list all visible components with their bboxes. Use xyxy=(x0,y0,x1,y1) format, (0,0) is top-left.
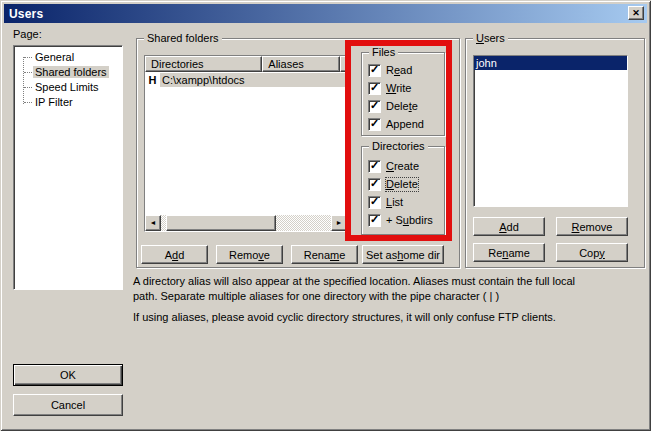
directory-path: C:\xampp\htdocs xyxy=(160,73,347,87)
remove-user-button[interactable]: Remove xyxy=(556,217,628,236)
scroll-left-icon[interactable]: ◄ xyxy=(145,215,161,231)
checkbox-row-write[interactable]: Write xyxy=(368,81,411,95)
file-delete-label: Delete xyxy=(386,100,418,113)
sidebar-item-shared-folders[interactable]: Shared folders xyxy=(14,65,122,80)
dir-delete-checkbox[interactable] xyxy=(368,178,381,191)
read-checkbox[interactable] xyxy=(368,64,381,77)
list-checkbox[interactable] xyxy=(368,196,381,209)
write-label: Write xyxy=(386,82,411,95)
sidebar-item-general[interactable]: General xyxy=(14,50,122,65)
info-line: If using aliases, please avoid cyclic di… xyxy=(133,310,638,325)
page-label: Page: xyxy=(13,28,42,40)
cancel-button[interactable]: Cancel xyxy=(13,394,123,416)
checkbox-row-dir-delete[interactable]: Delete xyxy=(368,177,418,191)
tree-item-label: Speed Limits xyxy=(33,81,101,93)
set-as-home-dir-button[interactable]: Set as home dir xyxy=(362,245,444,264)
append-checkbox[interactable] xyxy=(368,118,381,131)
dir-delete-label: Delete xyxy=(386,178,418,191)
checkbox-row-list[interactable]: List xyxy=(368,195,403,209)
users-group-label: Users xyxy=(473,32,508,45)
directories-listview[interactable]: Directories Aliases H C:\xampp\htdocs ◄ … xyxy=(144,55,348,232)
alias-info-text: A directory alias will also appear at th… xyxy=(133,274,638,325)
subdirs-checkbox[interactable] xyxy=(368,214,381,227)
create-label: Create xyxy=(386,160,419,173)
scroll-right-icon[interactable]: ► xyxy=(331,215,347,231)
scrollbar-thumb[interactable] xyxy=(166,215,276,231)
add-user-button[interactable]: Add xyxy=(473,217,545,236)
read-label: Read xyxy=(386,64,412,77)
list-label: List xyxy=(386,196,403,209)
tree-item-label: IP Filter xyxy=(33,96,75,108)
checkbox-row-append[interactable]: Append xyxy=(368,117,424,131)
checkbox-row-file-delete[interactable]: Delete xyxy=(368,99,418,113)
remove-folder-button[interactable]: Remove xyxy=(216,245,283,264)
rename-folder-button[interactable]: Rename xyxy=(291,245,358,264)
listview-header: Directories Aliases xyxy=(145,56,347,72)
info-line: path. Separate multiple aliases for one … xyxy=(133,289,638,304)
column-header-filler xyxy=(340,56,347,72)
write-checkbox[interactable] xyxy=(368,82,381,95)
subdirs-label: + Subdirs xyxy=(386,214,433,227)
checkbox-row-create[interactable]: Create xyxy=(368,159,419,173)
add-folder-button[interactable]: Add xyxy=(141,245,208,264)
create-checkbox[interactable] xyxy=(368,160,381,173)
users-listbox[interactable]: john xyxy=(473,55,628,207)
sidebar-item-speed-limits[interactable]: Speed Limits xyxy=(14,80,122,95)
sidebar-item-ip-filter[interactable]: IP Filter xyxy=(14,95,122,110)
titlebar[interactable]: Users ✕ xyxy=(4,4,647,23)
directories-group-label: Directories xyxy=(369,140,428,153)
users-dialog: Users ✕ Page: General Shared folders Spe… xyxy=(0,0,651,431)
append-label: Append xyxy=(386,118,424,131)
ok-button[interactable]: OK xyxy=(13,364,123,386)
window-title: Users xyxy=(4,7,43,21)
copy-user-button[interactable]: Copy xyxy=(556,243,628,262)
checkbox-row-read[interactable]: Read xyxy=(368,63,412,77)
info-line: A directory alias will also appear at th… xyxy=(133,274,638,289)
column-header-aliases[interactable]: Aliases xyxy=(262,56,340,72)
page-listbox[interactable]: General Shared folders Speed Limits IP F… xyxy=(13,45,123,290)
close-icon[interactable]: ✕ xyxy=(628,6,644,20)
horizontal-scrollbar[interactable]: ◄ ► xyxy=(145,215,347,231)
column-header-directories[interactable]: Directories xyxy=(145,56,262,72)
list-item-user-john[interactable]: john xyxy=(474,56,627,70)
file-delete-checkbox[interactable] xyxy=(368,100,381,113)
table-row[interactable]: H C:\xampp\htdocs xyxy=(145,73,347,87)
rename-user-button[interactable]: Rename xyxy=(473,243,545,262)
tree-item-label: Shared folders xyxy=(33,66,109,78)
files-group-label: Files xyxy=(369,46,398,59)
home-marker: H xyxy=(145,73,160,87)
directories-list-body: H C:\xampp\htdocs xyxy=(145,72,347,215)
shared-folders-group-label: Shared folders xyxy=(144,32,222,45)
tree-item-label: General xyxy=(33,51,76,63)
checkbox-row-subdirs[interactable]: + Subdirs xyxy=(368,213,433,227)
